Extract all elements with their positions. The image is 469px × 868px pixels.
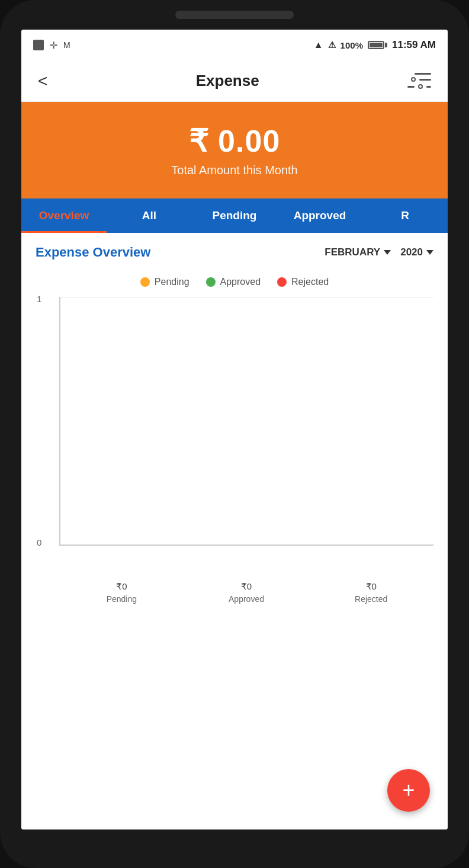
year-chevron-icon	[426, 250, 433, 255]
alert-icon: ⚠	[328, 40, 336, 50]
add-expense-button[interactable]: +	[387, 769, 430, 812]
legend-approved-label: Approved	[220, 277, 261, 287]
amount-banner: ₹ 0.00 Total Amount this Month	[21, 102, 448, 198]
legend-pending-label: Pending	[155, 277, 189, 287]
phone-screen: ✛ M ▲ ⚠ 100% 11:59 AM < Ex	[21, 30, 448, 829]
chart-area: 1 0 ₹0 Pending ₹0 Approved	[21, 297, 448, 616]
x-rejected-amount: ₹0	[366, 581, 377, 592]
x-pending-amount: ₹0	[116, 581, 127, 592]
year-label: 2020	[400, 246, 423, 258]
usb-icon: ✛	[50, 40, 57, 51]
amount-label: Total Amount this Month	[33, 164, 436, 177]
tab-bar: Expense Overview Overview All Pending Ap…	[21, 198, 448, 233]
x-approved-amount: ₹0	[241, 581, 252, 592]
tab-pending[interactable]: Pending	[192, 198, 277, 233]
rejected-dot	[277, 277, 287, 287]
legend-pending: Pending	[140, 277, 189, 287]
x-approved-group: ₹0 Approved	[184, 581, 309, 604]
x-rejected-label: Rejected	[355, 594, 387, 604]
status-left-icons: ✛ M	[33, 40, 70, 51]
battery-icon	[368, 41, 387, 49]
grid-line-top	[60, 297, 433, 297]
nav-bar: < Expense	[21, 60, 448, 102]
legend-approved: Approved	[206, 277, 261, 287]
legend-rejected-label: Rejected	[291, 277, 329, 287]
x-approved-label: Approved	[229, 594, 264, 604]
tab-all[interactable]: All	[107, 198, 192, 233]
status-bar: ✛ M ▲ ⚠ 100% 11:59 AM	[21, 30, 448, 60]
chart-x-labels: ₹0 Pending ₹0 Approved ₹0 Rejected	[59, 581, 433, 604]
pending-dot	[140, 277, 150, 287]
tab-approved[interactable]: Approved	[277, 198, 362, 233]
amount-value: ₹ 0.00	[33, 123, 436, 159]
overview-title: Expense Overview	[36, 245, 315, 260]
x-pending-label: Pending	[107, 594, 137, 604]
month-selector[interactable]: FEBRUARY	[325, 246, 391, 258]
overview-header: Expense Overview FEBRUARY 2020	[21, 233, 448, 267]
add-icon: +	[402, 780, 415, 801]
status-time: 11:59 AM	[392, 39, 436, 51]
nav-title: Expense	[196, 72, 259, 90]
filter-button[interactable]	[403, 68, 436, 94]
square-icon	[33, 40, 44, 50]
wifi-icon: ▲	[314, 40, 323, 50]
year-selector[interactable]: 2020	[400, 246, 433, 258]
back-button[interactable]: <	[33, 67, 52, 95]
x-pending-group: ₹0 Pending	[59, 581, 184, 604]
chart-legend: Pending Approved Rejected	[21, 267, 448, 297]
legend-rejected: Rejected	[277, 277, 329, 287]
y-label-1: 1	[37, 294, 41, 304]
phone-notch-bar	[0, 0, 469, 30]
filter-icon	[407, 73, 431, 89]
phone-frame: ✛ M ▲ ⚠ 100% 11:59 AM < Ex	[0, 0, 469, 868]
approved-dot	[206, 277, 216, 287]
y-label-0: 0	[37, 537, 41, 547]
status-right: ▲ ⚠ 100% 11:59 AM	[314, 39, 436, 51]
phone-notch	[175, 11, 294, 19]
month-chevron-icon	[384, 250, 391, 255]
month-label: FEBRUARY	[325, 246, 380, 258]
x-rejected-group: ₹0 Rejected	[309, 581, 433, 604]
battery-percent: 100%	[340, 40, 363, 50]
content-area: Expense Overview FEBRUARY 2020 Pending	[21, 233, 448, 829]
tab-overview[interactable]: Expense Overview Overview	[21, 198, 107, 233]
chart-container: 1 0	[59, 297, 433, 546]
gmail-icon: M	[63, 40, 70, 50]
tab-rejected[interactable]: R	[362, 198, 448, 233]
